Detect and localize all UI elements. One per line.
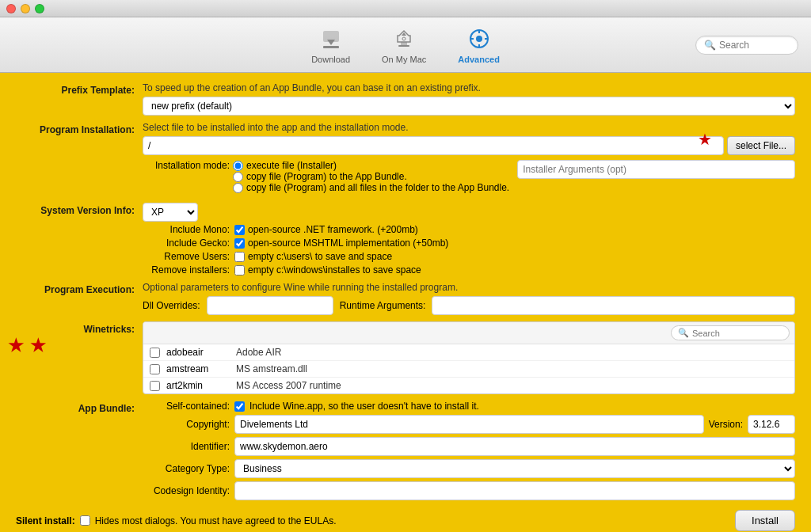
version-select-row: XP Vista 7 8 10 (143, 203, 795, 222)
system-version-select[interactable]: XP Vista 7 8 10 (143, 203, 198, 222)
radio-execute[interactable] (233, 161, 243, 171)
close-button[interactable] (6, 4, 16, 13)
radio-copy-file-row: copy file (Program) to the App Bundle. (143, 171, 509, 182)
winetricks-list: adobeair Adobe AIR amstream MS amstream.… (143, 344, 794, 393)
self-contained-row: Self-contained: Include Wine.app, so the… (143, 401, 795, 412)
category-type-select[interactable]: Business Education Entertainment Finance… (234, 459, 795, 478)
installation-mode-container: Installation mode: execute file (Install… (143, 160, 795, 193)
radio-copy-file-label: copy file (Program) to the App Bundle. (246, 171, 407, 182)
installation-mode-options: Installation mode: execute file (Install… (143, 160, 509, 193)
runtime-arguments-input[interactable] (432, 296, 795, 315)
tab-on-my-mac-label: On My Mac (382, 55, 426, 64)
silent-install-label: Silent install: (16, 515, 75, 526)
search-icon: 🔍 (704, 40, 716, 51)
select-file-button[interactable]: select File... (727, 136, 795, 155)
toolbar-search-box[interactable]: 🔍 (695, 36, 798, 55)
svg-rect-6 (398, 45, 409, 47)
remove-users-checkbox[interactable] (234, 252, 245, 262)
winetricks-id-0: adobeair (166, 347, 230, 358)
remove-users-row: empty c:\users\ to save and space (234, 251, 795, 262)
svg-point-13 (476, 36, 482, 42)
program-execution-label: Program Execution: (16, 282, 143, 295)
winetricks-checkbox-1[interactable] (150, 364, 160, 374)
codesign-identity-input[interactable] (234, 481, 795, 500)
winetricks-search-box[interactable]: 🔍 (671, 325, 790, 340)
winetricks-search-icon: 🔍 (678, 328, 689, 338)
identifier-input[interactable] (234, 437, 795, 456)
app-bundle-content: Self-contained: Include Wine.app, so the… (143, 401, 795, 504)
include-gecko-checkbox[interactable] (234, 238, 245, 249)
radio-copy-folder[interactable] (233, 183, 243, 193)
svg-point-7 (402, 37, 406, 40)
tab-download[interactable]: Download (295, 20, 366, 70)
maximize-button[interactable] (35, 4, 44, 13)
system-version-section: System Version Info: XP Vista 7 8 10 Inc… (16, 203, 795, 276)
tab-download-label: Download (311, 55, 350, 64)
radio-copy-folder-label: copy file (Program) and all files in the… (246, 182, 509, 193)
identifier-label: Identifier: (143, 441, 230, 452)
radio-execute-label: execute file (Installer) (246, 160, 337, 171)
installation-mode-label: Installation mode: (143, 160, 230, 171)
installer-args-container (517, 160, 795, 193)
winetricks-search-input[interactable] (692, 329, 782, 338)
program-execution-desc: Optional parameters to configure Wine wh… (143, 282, 795, 293)
svg-marker-1 (327, 40, 335, 45)
winetricks-search-bar: 🔍 (143, 322, 794, 344)
copyright-label: Copyright: (143, 419, 230, 430)
remove-installers-label: Remove installers: (143, 264, 230, 276)
winetricks-section: Winetricks: ★ ★ 🔍 adobeair Adobe AIR (16, 321, 795, 394)
copyright-input[interactable] (234, 415, 704, 434)
winetricks-inner: 🔍 adobeair Adobe AIR amstream MS amstrea… (143, 321, 795, 394)
download-icon (318, 26, 344, 51)
winetricks-item-0: adobeair Adobe AIR (143, 344, 794, 361)
prefix-template-desc: To speed up the creation of an App Bundl… (143, 82, 795, 93)
system-version-label: System Version Info: (16, 203, 143, 216)
star-annotation-2: ★ (30, 336, 46, 356)
include-mono-desc: open-source .NET framework. (+200mb) (248, 224, 418, 235)
include-mono-checkbox[interactable] (234, 225, 245, 235)
system-version-content: XP Vista 7 8 10 Include Mono: open-sourc… (143, 203, 795, 276)
dll-overrides-label: Dll Overrides: (143, 300, 200, 311)
svg-rect-5 (401, 42, 407, 45)
self-contained-checkbox[interactable] (234, 401, 245, 412)
tab-on-my-mac[interactable]: On My Mac (366, 20, 442, 70)
file-path-input[interactable] (143, 136, 724, 155)
runtime-arguments-label: Runtime Arguments: (340, 300, 426, 311)
codesign-identity-label: Codesign Identity: (143, 485, 230, 496)
star-annotation-1: ★ (8, 336, 24, 356)
remove-installers-row: empty c:\windows\installes to save space (234, 264, 795, 276)
include-mono-label: Include Mono: (143, 224, 230, 235)
on-my-mac-icon (391, 26, 417, 51)
include-gecko-row: open-source MSHTML implementation (+50mb… (234, 238, 795, 249)
tab-advanced[interactable]: Advanced (442, 20, 516, 70)
execution-inputs-row: Dll Overrides: Runtime Arguments: (143, 296, 795, 315)
category-type-label: Category Type: (143, 463, 230, 474)
installer-args-input[interactable] (517, 160, 795, 179)
remove-users-desc: empty c:\users\ to save and space (248, 251, 392, 262)
identifier-row: Identifier: (143, 437, 795, 456)
winetricks-item-2: art2kmin MS Access 2007 runtime (143, 378, 794, 393)
winetricks-item-1: amstream MS amstream.dll (143, 361, 794, 378)
search-input[interactable] (719, 40, 790, 51)
radio-copy-file[interactable] (233, 172, 243, 182)
prefix-template-select[interactable]: new prefix (default) (143, 97, 795, 116)
toolbar: Download On My Mac (0, 17, 811, 73)
version-input[interactable] (748, 415, 795, 434)
program-installation-section: Program Installation: Select file to be … (16, 122, 795, 196)
install-button[interactable]: Install (735, 510, 795, 531)
remove-users-label: Remove Users: (143, 251, 230, 262)
minimize-button[interactable] (21, 4, 30, 13)
winetricks-desc-0: Adobe AIR (236, 347, 281, 358)
winetricks-label: Winetricks: (83, 324, 135, 335)
radio-copy-folder-row: copy file (Program) and all files in the… (143, 182, 509, 193)
remove-installers-checkbox[interactable] (234, 265, 245, 276)
winetricks-checkbox-2[interactable] (150, 381, 160, 391)
winetricks-desc-1: MS amstream.dll (236, 363, 307, 374)
system-version-inner: XP Vista 7 8 10 Include Mono: open-sourc… (143, 203, 795, 276)
toolbar-tabs: Download On My Mac (295, 20, 516, 70)
remove-installers-desc: empty c:\windows\installes to save space (248, 264, 421, 276)
silent-install-checkbox[interactable] (80, 515, 90, 526)
dll-overrides-input[interactable] (207, 296, 333, 315)
winetricks-label-container: Winetricks: ★ ★ (16, 321, 143, 335)
winetricks-checkbox-0[interactable] (150, 348, 160, 358)
